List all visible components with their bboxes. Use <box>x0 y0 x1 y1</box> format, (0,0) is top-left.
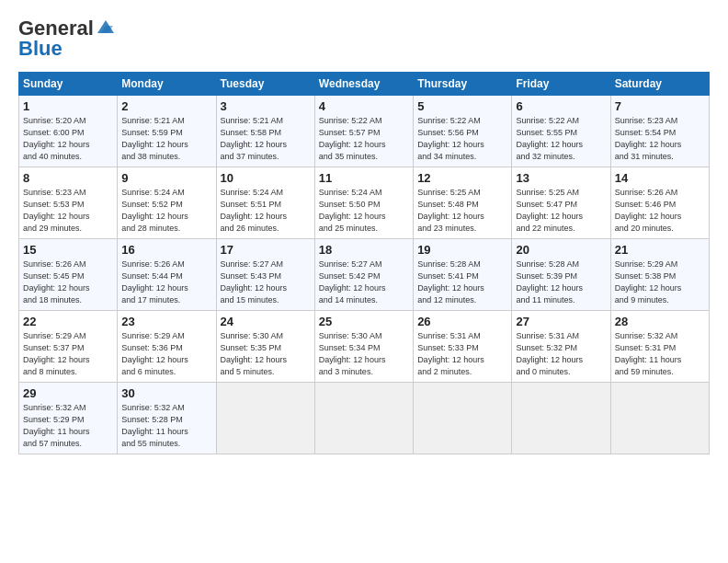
day-number: 11 <box>319 171 409 185</box>
day-number: 29 <box>23 386 113 400</box>
day-info: Sunrise: 5:32 AM Sunset: 5:29 PM Dayligh… <box>23 402 113 450</box>
col-monday: Monday <box>118 73 216 96</box>
day-number: 13 <box>516 171 606 185</box>
table-row: 8Sunrise: 5:23 AM Sunset: 5:53 PM Daylig… <box>19 167 118 239</box>
table-row: 22Sunrise: 5:29 AM Sunset: 5:37 PM Dayli… <box>19 311 118 383</box>
table-row: 10Sunrise: 5:24 AM Sunset: 5:51 PM Dayli… <box>216 167 314 239</box>
day-number: 28 <box>615 315 705 328</box>
day-info: Sunrise: 5:30 AM Sunset: 5:35 PM Dayligh… <box>221 330 311 378</box>
table-row <box>216 383 314 454</box>
day-info: Sunrise: 5:32 AM Sunset: 5:28 PM Dayligh… <box>121 402 211 450</box>
table-row: 15Sunrise: 5:26 AM Sunset: 5:45 PM Dayli… <box>19 239 118 311</box>
table-row <box>414 383 512 454</box>
table-row: 9Sunrise: 5:24 AM Sunset: 5:52 PM Daylig… <box>118 167 216 239</box>
table-row: 6Sunrise: 5:22 AM Sunset: 5:55 PM Daylig… <box>512 96 610 167</box>
calendar-header-row: Sunday Monday Tuesday Wednesday Thursday… <box>19 73 710 96</box>
table-row: 29Sunrise: 5:32 AM Sunset: 5:29 PM Dayli… <box>19 383 118 454</box>
table-row: 16Sunrise: 5:26 AM Sunset: 5:44 PM Dayli… <box>118 239 216 311</box>
table-row: 28Sunrise: 5:32 AM Sunset: 5:31 PM Dayli… <box>610 311 709 383</box>
day-number: 17 <box>221 243 311 257</box>
table-row <box>314 383 413 454</box>
table-row: 1Sunrise: 5:20 AM Sunset: 6:00 PM Daylig… <box>19 96 118 167</box>
day-number: 9 <box>121 171 211 185</box>
day-info: Sunrise: 5:20 AM Sunset: 6:00 PM Dayligh… <box>23 115 113 163</box>
table-row: 7Sunrise: 5:23 AM Sunset: 5:54 PM Daylig… <box>610 96 709 167</box>
table-row: 24Sunrise: 5:30 AM Sunset: 5:35 PM Dayli… <box>216 311 314 383</box>
table-row: 26Sunrise: 5:31 AM Sunset: 5:33 PM Dayli… <box>414 311 512 383</box>
day-info: Sunrise: 5:21 AM Sunset: 5:58 PM Dayligh… <box>221 115 311 163</box>
calendar-body: 1Sunrise: 5:20 AM Sunset: 6:00 PM Daylig… <box>19 96 710 454</box>
day-info: Sunrise: 5:29 AM Sunset: 5:38 PM Dayligh… <box>615 259 705 306</box>
day-number: 22 <box>23 315 113 328</box>
day-number: 2 <box>121 99 211 113</box>
table-row: 14Sunrise: 5:26 AM Sunset: 5:46 PM Dayli… <box>610 167 709 239</box>
day-number: 27 <box>516 315 606 328</box>
table-row: 25Sunrise: 5:30 AM Sunset: 5:34 PM Dayli… <box>314 311 413 383</box>
day-number: 26 <box>417 315 507 328</box>
table-row: 21Sunrise: 5:29 AM Sunset: 5:38 PM Dayli… <box>610 239 709 311</box>
calendar-table: Sunday Monday Tuesday Wednesday Thursday… <box>18 72 710 454</box>
table-row: 20Sunrise: 5:28 AM Sunset: 5:39 PM Dayli… <box>512 239 610 311</box>
day-info: Sunrise: 5:29 AM Sunset: 5:36 PM Dayligh… <box>121 330 211 378</box>
table-row: 30Sunrise: 5:32 AM Sunset: 5:28 PM Dayli… <box>118 383 216 454</box>
day-info: Sunrise: 5:29 AM Sunset: 5:37 PM Dayligh… <box>23 330 113 378</box>
table-row: 27Sunrise: 5:31 AM Sunset: 5:32 PM Dayli… <box>512 311 610 383</box>
day-info: Sunrise: 5:24 AM Sunset: 5:51 PM Dayligh… <box>221 187 311 235</box>
day-number: 21 <box>615 243 705 257</box>
table-row: 13Sunrise: 5:25 AM Sunset: 5:47 PM Dayli… <box>512 167 610 239</box>
col-thursday: Thursday <box>414 73 512 96</box>
calendar-week-row: 15Sunrise: 5:26 AM Sunset: 5:45 PM Dayli… <box>19 239 710 311</box>
day-number: 10 <box>221 171 311 185</box>
day-info: Sunrise: 5:26 AM Sunset: 5:46 PM Dayligh… <box>615 187 705 235</box>
col-friday: Friday <box>512 73 610 96</box>
day-info: Sunrise: 5:24 AM Sunset: 5:52 PM Dayligh… <box>121 187 211 235</box>
col-sunday: Sunday <box>19 73 118 96</box>
day-number: 5 <box>417 99 507 113</box>
day-number: 14 <box>615 171 705 185</box>
day-number: 25 <box>319 315 409 328</box>
table-row: 11Sunrise: 5:24 AM Sunset: 5:50 PM Dayli… <box>314 167 413 239</box>
day-info: Sunrise: 5:27 AM Sunset: 5:43 PM Dayligh… <box>221 259 311 306</box>
table-row: 3Sunrise: 5:21 AM Sunset: 5:58 PM Daylig… <box>216 96 314 167</box>
day-number: 7 <box>615 99 705 113</box>
day-number: 4 <box>319 99 409 113</box>
day-number: 1 <box>23 99 113 113</box>
day-info: Sunrise: 5:31 AM Sunset: 5:33 PM Dayligh… <box>417 330 507 378</box>
day-info: Sunrise: 5:28 AM Sunset: 5:39 PM Dayligh… <box>516 259 606 306</box>
col-saturday: Saturday <box>610 73 709 96</box>
calendar-week-row: 8Sunrise: 5:23 AM Sunset: 5:53 PM Daylig… <box>19 167 710 239</box>
day-info: Sunrise: 5:30 AM Sunset: 5:34 PM Dayligh… <box>319 330 409 378</box>
day-number: 16 <box>121 243 211 257</box>
day-number: 24 <box>221 315 311 328</box>
day-info: Sunrise: 5:25 AM Sunset: 5:48 PM Dayligh… <box>417 187 507 235</box>
col-tuesday: Tuesday <box>216 73 314 96</box>
day-info: Sunrise: 5:31 AM Sunset: 5:32 PM Dayligh… <box>516 330 606 378</box>
day-info: Sunrise: 5:22 AM Sunset: 5:57 PM Dayligh… <box>319 115 409 163</box>
table-row: 17Sunrise: 5:27 AM Sunset: 5:43 PM Dayli… <box>216 239 314 311</box>
table-row <box>512 383 610 454</box>
day-number: 8 <box>23 171 113 185</box>
page-container: General Blue Sunday Monday Tuesday Wedne… <box>0 0 728 464</box>
day-info: Sunrise: 5:26 AM Sunset: 5:45 PM Dayligh… <box>23 259 113 306</box>
col-wednesday: Wednesday <box>314 73 413 96</box>
day-info: Sunrise: 5:22 AM Sunset: 5:55 PM Dayligh… <box>516 115 606 163</box>
day-number: 18 <box>319 243 409 257</box>
day-number: 30 <box>121 386 211 400</box>
day-info: Sunrise: 5:32 AM Sunset: 5:31 PM Dayligh… <box>615 330 705 378</box>
calendar-week-row: 1Sunrise: 5:20 AM Sunset: 6:00 PM Daylig… <box>19 96 710 167</box>
table-row: 12Sunrise: 5:25 AM Sunset: 5:48 PM Dayli… <box>414 167 512 239</box>
logo: General Blue <box>18 17 116 61</box>
day-info: Sunrise: 5:25 AM Sunset: 5:47 PM Dayligh… <box>516 187 606 235</box>
day-info: Sunrise: 5:27 AM Sunset: 5:42 PM Dayligh… <box>319 259 409 306</box>
day-info: Sunrise: 5:26 AM Sunset: 5:44 PM Dayligh… <box>121 259 211 306</box>
logo-icon <box>96 18 116 35</box>
day-number: 19 <box>417 243 507 257</box>
logo-blue: Blue <box>18 37 63 61</box>
table-row <box>610 383 709 454</box>
day-info: Sunrise: 5:24 AM Sunset: 5:50 PM Dayligh… <box>319 187 409 235</box>
table-row: 2Sunrise: 5:21 AM Sunset: 5:59 PM Daylig… <box>118 96 216 167</box>
header: General Blue <box>18 17 710 61</box>
day-number: 3 <box>221 99 311 113</box>
day-number: 20 <box>516 243 606 257</box>
calendar-week-row: 29Sunrise: 5:32 AM Sunset: 5:29 PM Dayli… <box>19 383 710 454</box>
